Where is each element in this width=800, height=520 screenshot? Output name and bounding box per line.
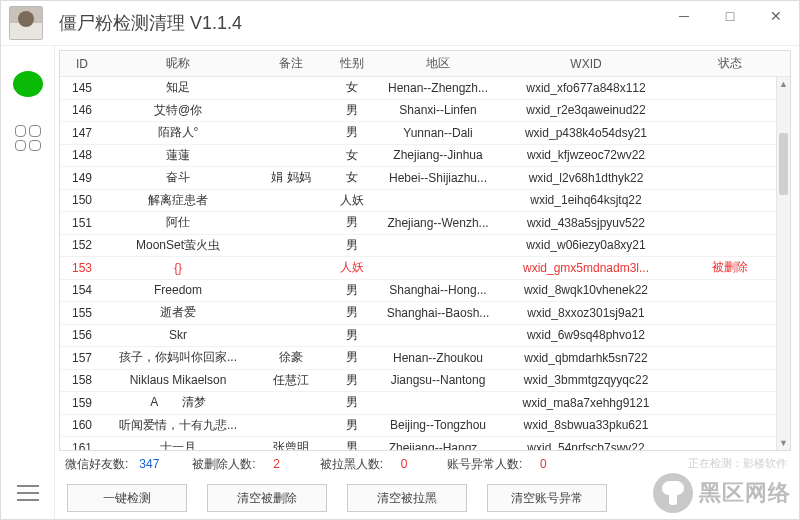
- scroll-down-arrow[interactable]: ▼: [777, 436, 790, 450]
- col-region[interactable]: 地区: [374, 55, 502, 72]
- app-window: 僵尸粉检测清理 V1.1.4 ─ □ ✕ ID 昵称 备注 性别 地区 WXID: [0, 0, 800, 520]
- status-text: 正在检测：影楼软件: [688, 456, 787, 471]
- clear-abnormal-button[interactable]: 清空账号异常: [487, 484, 607, 512]
- cell: wxid_qbmdarhk5sn722: [502, 351, 670, 365]
- cell: 男: [330, 417, 374, 434]
- cell: 男: [330, 102, 374, 119]
- col-status[interactable]: 状态: [670, 55, 790, 72]
- col-id[interactable]: ID: [60, 57, 104, 71]
- table-row[interactable]: 146艾特@你男Shanxi--Linfenwxid_r2e3qaweinud2…: [60, 100, 790, 123]
- close-button[interactable]: ✕: [753, 1, 799, 31]
- table-row[interactable]: 150解离症患者人妖wxid_1eihq64ksjtq22: [60, 190, 790, 213]
- maximize-button[interactable]: □: [707, 1, 753, 31]
- cell: 158: [60, 373, 104, 387]
- vertical-scrollbar[interactable]: ▲ ▼: [776, 77, 790, 450]
- table-row[interactable]: 149奋斗娟 妈妈女Hebei--Shijiazhu...wxid_l2v68h…: [60, 167, 790, 190]
- cell: 蓮蓮: [104, 147, 252, 164]
- cell: 145: [60, 81, 104, 95]
- cell: 149: [60, 171, 104, 185]
- cell: wxid_1eihq64ksjtq22: [502, 193, 670, 207]
- table-row[interactable]: 151阿仕男Zhejiang--Wenzh...wxid_438a5sjpyuv…: [60, 212, 790, 235]
- cell: Shanxi--Linfen: [374, 103, 502, 117]
- cell: Shanghai--Baosh...: [374, 306, 502, 320]
- detect-button[interactable]: 一键检测: [67, 484, 187, 512]
- cell: Zhejiang--Wenzh...: [374, 216, 502, 230]
- clear-deleted-button[interactable]: 清空被删除: [207, 484, 327, 512]
- cell: 男: [330, 214, 374, 231]
- cell: 男: [330, 237, 374, 254]
- cell: wxid_r2e3qaweinud22: [502, 103, 670, 117]
- table-row[interactable]: 153{}人妖wxid_gmx5mdnadm3l...被删除: [60, 257, 790, 280]
- cell: 154: [60, 283, 104, 297]
- cell: wxid_8wqk10vhenek22: [502, 283, 670, 297]
- minimize-button[interactable]: ─: [661, 1, 707, 31]
- cell: 男: [330, 124, 374, 141]
- table-row[interactable]: 157孩子，你妈叫你回家...徐豪男Henan--Zhoukouwxid_qbm…: [60, 347, 790, 370]
- window-controls: ─ □ ✕: [661, 1, 799, 31]
- friends-count-value: 347: [132, 457, 166, 471]
- friends-table: ID 昵称 备注 性别 地区 WXID 状态 145知足女Henan--Zhen…: [59, 50, 791, 451]
- cell: 任慧江: [252, 372, 330, 389]
- cell: 张曾明: [252, 439, 330, 450]
- table-row[interactable]: 145知足女Henan--Zhengzh...wxid_xfo677a848x1…: [60, 77, 790, 100]
- table-row[interactable]: 160听闻爱情，十有九悲...男Beijing--Tongzhouwxid_8s…: [60, 415, 790, 438]
- table-row[interactable]: 152MoonSet萤火虫男wxid_w06iezy0a8xy21: [60, 235, 790, 258]
- scroll-thumb[interactable]: [779, 133, 788, 195]
- cell: 157: [60, 351, 104, 365]
- col-remark[interactable]: 备注: [252, 55, 330, 72]
- cell: Freedom: [104, 283, 252, 297]
- cell: 人妖: [330, 192, 374, 209]
- cell: Zhejiang--Jinhua: [374, 148, 502, 162]
- cell: 女: [330, 147, 374, 164]
- cell: Henan--Zhoukou: [374, 351, 502, 365]
- col-wxid[interactable]: WXID: [502, 57, 670, 71]
- cell: 男: [330, 349, 374, 366]
- cell: MoonSet萤火虫: [104, 237, 252, 254]
- deleted-count-label: 被删除人数:: [192, 456, 255, 473]
- table-row[interactable]: 159A 清梦男wxid_ma8a7xehhg9121: [60, 392, 790, 415]
- avatar[interactable]: [9, 6, 43, 40]
- cell: wxid_3bmmtgzqyyqc22: [502, 373, 670, 387]
- col-nick[interactable]: 昵称: [104, 55, 252, 72]
- apps-icon[interactable]: [15, 125, 41, 151]
- cell: wxid_kfjwzeoc72wv22: [502, 148, 670, 162]
- cell: 徐豪: [252, 349, 330, 366]
- scroll-up-arrow[interactable]: ▲: [777, 77, 790, 91]
- deleted-count-value: 2: [260, 457, 294, 471]
- table-row[interactable]: 154Freedom男Shanghai--Hong...wxid_8wqk10v…: [60, 280, 790, 303]
- table-row[interactable]: 156Skr男wxid_6w9sq48phvo12: [60, 325, 790, 348]
- cell: 女: [330, 169, 374, 186]
- cell: wxid_8sbwua33pku621: [502, 418, 670, 432]
- cell: 人妖: [330, 259, 374, 276]
- cell: 161: [60, 441, 104, 450]
- cell: 男: [330, 372, 374, 389]
- table-row[interactable]: 148蓮蓮女Zhejiang--Jinhuawxid_kfjwzeoc72wv2…: [60, 145, 790, 168]
- cell: 知足: [104, 79, 252, 96]
- cell: 孩子，你妈叫你回家...: [104, 349, 252, 366]
- table-row[interactable]: 161十一月张曾明男Zhejiang--Hangz...wxid_54nrfsc…: [60, 437, 790, 450]
- abnormal-count-value: 0: [526, 457, 560, 471]
- cell: Zhejiang--Hangz...: [374, 441, 502, 450]
- stats-bar: 微信好友数: 347 被删除人数: 2 被拉黑人数: 0 账号异常人数: 0: [59, 451, 791, 477]
- table-row[interactable]: 147陌路人°男Yunnan--Daliwxid_p438k4o54dsy21: [60, 122, 790, 145]
- cell: 156: [60, 328, 104, 342]
- cell: wxid_ma8a7xehhg9121: [502, 396, 670, 410]
- cell: 奋斗: [104, 169, 252, 186]
- table-row[interactable]: 155逝者爱男Shanghai--Baosh...wxid_8xxoz301sj…: [60, 302, 790, 325]
- table-header: ID 昵称 备注 性别 地区 WXID 状态: [60, 51, 790, 77]
- cell: wxid_8xxoz301sj9a21: [502, 306, 670, 320]
- cell: Henan--Zhengzh...: [374, 81, 502, 95]
- cell: 148: [60, 148, 104, 162]
- cell: wxid_xfo677a848x112: [502, 81, 670, 95]
- menu-icon[interactable]: [17, 485, 39, 501]
- chat-icon[interactable]: [13, 71, 43, 97]
- blocked-count-value: 0: [387, 457, 421, 471]
- cell: 147: [60, 126, 104, 140]
- cell: 阿仕: [104, 214, 252, 231]
- cell: 听闻爱情，十有九悲...: [104, 417, 252, 434]
- table-row[interactable]: 158Niklaus Mikaelson任慧江男Jiangsu--Nantong…: [60, 370, 790, 393]
- clear-blocked-button[interactable]: 清空被拉黑: [347, 484, 467, 512]
- col-sex[interactable]: 性别: [330, 55, 374, 72]
- cell: 146: [60, 103, 104, 117]
- cell: 娟 妈妈: [252, 169, 330, 186]
